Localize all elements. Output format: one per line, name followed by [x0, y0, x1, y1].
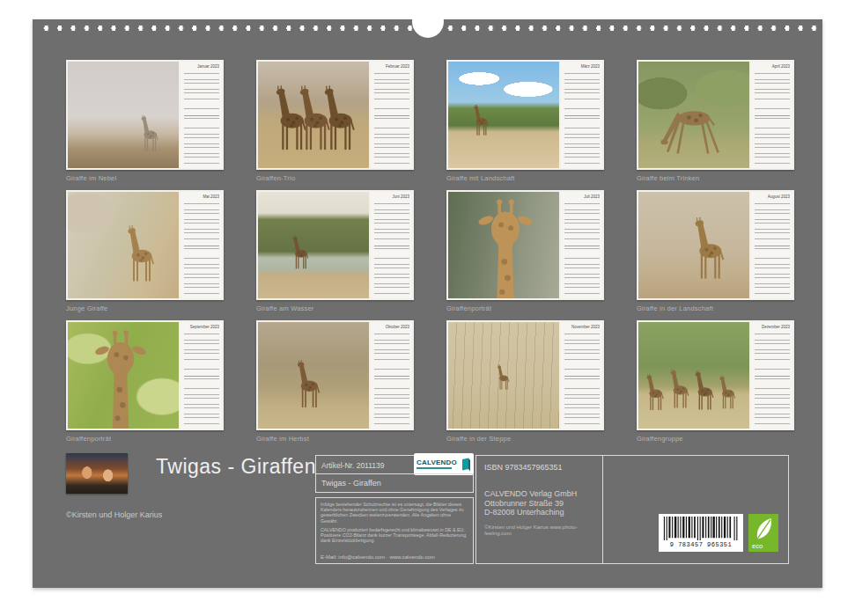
month-label: Oktober 2023	[374, 325, 409, 329]
month-cell-juli: Juli 2023 Giraffenporträt	[446, 190, 604, 320]
barcode-bars	[662, 517, 740, 540]
product-title-box: Twigas - Giraffen	[315, 473, 474, 493]
giraffe-photo	[258, 322, 369, 429]
month-thumbnail: Juli 2023	[446, 190, 604, 300]
month-thumbnail-grid: Januar 2023 Giraffe im Nebel Februar 202…	[66, 60, 792, 451]
photo-caption: Giraffe in der Steppe	[446, 435, 604, 443]
ean-barcode: 9 783457 965351	[659, 514, 743, 552]
giraffe-silhouette-icon	[296, 356, 326, 414]
day-lines	[184, 70, 219, 165]
day-lines	[184, 201, 219, 296]
month-cell-august: August 2023 Giraffe in der Landschaft	[637, 190, 794, 320]
photo-caption: Giraffen-Trio	[256, 174, 414, 182]
eco-label: eco	[752, 542, 763, 550]
month-cell-mai: Mai 2023 Junge Giraffe	[66, 190, 224, 320]
photo-caption: Giraffe am Wasser	[256, 304, 414, 312]
legal-text-box: Infolge bestehender Schutzrechte ist es …	[315, 497, 474, 564]
giraffe-silhouette-icon	[322, 76, 363, 162]
month-label: Februar 2023	[374, 64, 409, 69]
day-lines	[564, 331, 600, 426]
day-lines	[755, 70, 790, 165]
month-cell-november: November 2023 Giraffe in der Steppe	[446, 320, 604, 451]
month-label: August 2023	[755, 194, 790, 199]
photo-caption: Giraffe im Herbst	[256, 435, 414, 443]
calvendo-tagline-line	[416, 467, 452, 469]
photo-credit: ©Kirsten und Holger Karius www.photo-fee…	[484, 524, 590, 537]
month-thumbnail: November 2023	[446, 320, 604, 430]
mini-calendar-strip: Januar 2023	[181, 62, 222, 168]
month-thumbnail: September 2023	[66, 320, 224, 430]
hanger-notch	[412, 5, 444, 38]
month-cell-september: September 2023 Giraffenporträt	[66, 320, 224, 451]
giraffe-silhouette-icon	[140, 114, 163, 153]
photo-caption: Giraffe beim Trinken	[637, 174, 794, 182]
day-lines	[374, 201, 409, 296]
giraffe-silhouette-icon	[126, 219, 161, 290]
giraffe-silhouette-icon	[291, 232, 313, 273]
month-thumbnail: April 2023	[637, 60, 794, 170]
giraffe-photo	[68, 192, 179, 298]
isbn-number: ISBN 9783457965351	[484, 463, 563, 472]
giraffe-silhouette-icon	[669, 364, 694, 414]
month-label: Januar 2023	[184, 64, 219, 69]
mini-calendar-strip: September 2023	[181, 322, 222, 429]
giraffe-head-silhouette-icon	[473, 194, 538, 298]
photo-caption: Giraffengruppe	[637, 435, 794, 443]
day-lines	[374, 331, 409, 426]
authors-photo	[66, 453, 128, 494]
giraffe-photo	[638, 192, 749, 298]
mini-calendar-strip: Oktober 2023	[371, 322, 412, 429]
photo-caption: Giraffenporträt	[66, 435, 224, 443]
day-lines	[564, 201, 600, 296]
eco-badge: eco	[748, 514, 778, 552]
month-cell-maerz: März 2023 Giraffe mit Landschaft	[446, 60, 604, 190]
giraffe-photo	[448, 322, 559, 429]
mini-calendar-strip: März 2023	[561, 62, 602, 168]
giraffe-silhouette-icon	[473, 103, 492, 138]
giraffe-drinking-silhouette-icon	[659, 106, 731, 158]
month-cell-februar: Februar 2023 Giraffen-Trio	[256, 60, 414, 190]
product-title: Twigas - Giraffen	[316, 474, 473, 488]
day-lines	[564, 70, 600, 165]
calendar-back-page: Januar 2023 Giraffe im Nebel Februar 202…	[33, 19, 822, 588]
giraffe-photo	[68, 62, 179, 168]
eco-leaf-icon	[752, 517, 775, 543]
month-thumbnail: Dezember 2023	[637, 320, 794, 430]
author-copyright: ©Kirsten und Holger Karius	[66, 510, 162, 519]
day-lines	[374, 70, 409, 165]
publisher-isbn-box: ISBN 9783457965351 CALVENDO Verlag GmbH …	[475, 455, 789, 564]
giraffe-silhouette-icon	[497, 363, 512, 392]
mini-calendar-strip: Mai 2023	[181, 192, 222, 298]
giraffe-silhouette-icon	[719, 371, 740, 414]
giraffe-photo	[68, 322, 179, 429]
giraffe-photo	[258, 192, 369, 298]
giraffe-head-silhouette-icon	[90, 326, 151, 429]
barcode-digits: 9 783457 965351	[662, 541, 740, 548]
month-thumbnail: Mai 2023	[66, 190, 224, 300]
month-cell-april: April 2023 Giraffe beim Trinken	[637, 60, 794, 190]
day-lines	[755, 331, 790, 426]
month-thumbnail: März 2023	[446, 60, 604, 170]
vertical-divider	[602, 456, 603, 563]
month-label: März 2023	[564, 64, 600, 69]
mini-calendar-strip: Juni 2023	[371, 192, 412, 298]
photo-caption: Giraffenporträt	[446, 304, 604, 312]
mini-calendar-strip: Juli 2023	[561, 192, 602, 298]
photo-caption: Giraffe mit Landschaft	[446, 174, 604, 182]
calendar-title: Twigas - Giraffen	[156, 455, 316, 479]
giraffe-photo	[638, 322, 749, 429]
giraffe-photo	[638, 62, 749, 168]
mini-calendar-strip: Dezember 2023	[751, 322, 792, 429]
month-cell-januar: Januar 2023 Giraffe im Nebel	[66, 60, 224, 190]
giraffe-photo	[258, 62, 369, 168]
month-cell-dezember: Dezember 2023 Giraffengruppe	[637, 320, 794, 451]
photo-caption: Junge Giraffe	[66, 304, 224, 312]
giraffe-silhouette-icon	[693, 209, 732, 290]
month-thumbnail: Juni 2023	[256, 190, 414, 300]
giraffe-silhouette-icon	[694, 366, 719, 415]
mini-calendar-strip: Februar 2023	[371, 62, 412, 168]
photo-caption: Giraffe im Nebel	[66, 174, 224, 182]
month-label: Juni 2023	[374, 194, 409, 199]
month-thumbnail: Januar 2023	[66, 60, 224, 170]
month-label: Mai 2023	[184, 194, 219, 199]
